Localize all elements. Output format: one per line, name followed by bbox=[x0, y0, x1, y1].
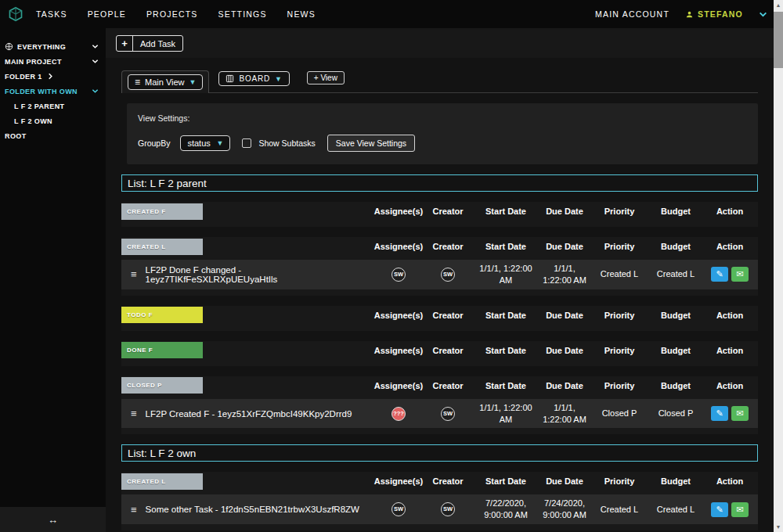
assignee-badge[interactable]: SW bbox=[392, 268, 406, 282]
list-title: List: L F 2 own bbox=[121, 444, 758, 462]
nav-settings[interactable]: SETTINGS bbox=[218, 9, 267, 19]
group-status-tag[interactable]: TODO F bbox=[121, 307, 203, 323]
top-right-controls: MAIN ACCOUNT STEFANO bbox=[595, 9, 767, 19]
assignee-badge[interactable]: SW bbox=[392, 502, 406, 516]
board-view-select[interactable]: BOARD ▼ bbox=[218, 71, 289, 86]
edit-task-button[interactable]: ✎ bbox=[711, 502, 728, 517]
list-title: List: L F 2 parent bbox=[121, 174, 758, 192]
chevron-down-icon[interactable] bbox=[92, 43, 99, 50]
view-settings-title: View Settings: bbox=[138, 113, 747, 123]
main-account-link[interactable]: MAIN ACCOUNT bbox=[595, 9, 669, 19]
creator-badge[interactable]: SW bbox=[441, 268, 455, 282]
column-header-priority: Priority bbox=[589, 311, 650, 320]
scrollbar-up-icon[interactable]: ▲ bbox=[776, 0, 781, 10]
column-header-creator: Creator bbox=[424, 242, 471, 251]
task-group: CLOSED P Assignee(s) Creator Start Date … bbox=[121, 376, 758, 435]
list-icon: ≡ bbox=[135, 77, 140, 87]
task-row[interactable]: ≡ LF2P Done F changed - 1eyz7TIKfFeSXLRX… bbox=[121, 260, 758, 289]
group-status-tag[interactable]: CREATED F bbox=[121, 203, 203, 220]
due-date-value: 7/24/2020, 9:00:00 AM bbox=[540, 494, 589, 524]
group-status-tag[interactable]: CREATED L bbox=[121, 239, 203, 255]
column-header-creator: Creator bbox=[424, 381, 471, 390]
column-header-due-date: Due Date bbox=[540, 381, 589, 390]
sidebar-item-label: FOLDER WITH OWN bbox=[5, 88, 78, 95]
app-logo-icon[interactable] bbox=[8, 6, 23, 22]
creator-badge[interactable]: SW bbox=[441, 502, 455, 516]
group-status-tag[interactable]: DONE F bbox=[121, 342, 203, 358]
sidebar-item-main-project[interactable]: MAIN PROJECT bbox=[0, 54, 106, 69]
column-header-due-date: Due Date bbox=[540, 242, 589, 251]
column-header-due-date: Due Date bbox=[540, 476, 589, 486]
column-header-action: Action bbox=[702, 207, 758, 216]
groupby-select[interactable]: status ▼ bbox=[180, 135, 230, 151]
column-header-budget: Budget bbox=[650, 311, 702, 320]
task-row[interactable]: ≡ LF2P Created F - 1eyz51XrFZQmbcI49KKpy… bbox=[121, 399, 758, 429]
column-header-start-date: Start Date bbox=[471, 346, 540, 355]
sidebar-item-lf2-own[interactable]: L F 2 OWN bbox=[0, 113, 106, 128]
add-task-button[interactable]: + Add Task bbox=[116, 35, 183, 52]
task-group: CREATED L Assignee(s) Creator Start Date… bbox=[121, 472, 758, 530]
column-header-budget: Budget bbox=[650, 346, 702, 355]
nav-projects[interactable]: PROJECTS bbox=[146, 9, 198, 19]
mail-task-button[interactable]: ✉ bbox=[731, 502, 749, 517]
show-subtasks-checkbox[interactable] bbox=[242, 138, 251, 148]
creator-badge[interactable]: SW bbox=[441, 407, 455, 421]
group-status-tag[interactable]: CLOSED P bbox=[121, 377, 203, 394]
task-title[interactable]: LF2P Created F - 1eyz51XrFZQmbcI49KKpy2D… bbox=[146, 409, 352, 419]
edit-task-button[interactable]: ✎ bbox=[711, 406, 728, 421]
nav-people[interactable]: PEOPLE bbox=[88, 9, 126, 19]
column-header-priority: Priority bbox=[589, 346, 650, 355]
expand-arrows-icon: ↔ bbox=[48, 514, 58, 526]
sidebar-item-root[interactable]: ROOT bbox=[0, 128, 106, 143]
sidebar-resize-toggle[interactable]: ↔ bbox=[0, 507, 106, 532]
save-view-settings-button[interactable]: Save View Settings bbox=[327, 135, 415, 152]
group-status-tag[interactable]: CREATED L bbox=[121, 473, 203, 490]
drag-handle-icon[interactable]: ≡ bbox=[131, 268, 137, 280]
column-header-assignees: Assignee(s) bbox=[373, 207, 424, 216]
scrollbar-thumb[interactable] bbox=[774, 12, 783, 68]
column-header-assignees: Assignee(s) bbox=[373, 311, 424, 320]
active-view-tab[interactable]: ≡ Main View ▼ bbox=[121, 70, 209, 93]
account-chevron-down-icon[interactable] bbox=[759, 10, 767, 19]
sidebar-item-everything[interactable]: EVERYTHING bbox=[0, 39, 106, 54]
chevron-right-icon[interactable] bbox=[47, 73, 54, 80]
top-navigation-bar: TASKS PEOPLE PROJECTS SETTINGS NEWS MAIN… bbox=[0, 0, 783, 28]
column-header-priority: Priority bbox=[589, 242, 650, 251]
person-icon bbox=[685, 10, 694, 19]
scrollbar-down-icon[interactable]: ▼ bbox=[776, 522, 781, 532]
sidebar-item-lf2-parent[interactable]: L F 2 PARENT bbox=[0, 99, 106, 113]
column-header-assignees: Assignee(s) bbox=[373, 476, 424, 486]
show-subtasks-label: Show Subtasks bbox=[258, 138, 315, 148]
column-header-action: Action bbox=[702, 346, 758, 355]
mail-task-button[interactable]: ✉ bbox=[731, 267, 749, 282]
start-date-value: 1/1/1, 1:22:00 AM bbox=[471, 399, 540, 429]
task-title[interactable]: Some other Task - 1f2dnS5nEBN21trbwX3Usz… bbox=[146, 505, 359, 514]
nav-news[interactable]: NEWS bbox=[287, 9, 316, 19]
assignee-badge[interactable]: ??? bbox=[392, 407, 406, 421]
add-view-button[interactable]: + View bbox=[307, 71, 345, 84]
task-group: TODO F Assignee(s) Creator Start Date Du… bbox=[121, 306, 758, 331]
edit-task-button[interactable]: ✎ bbox=[711, 267, 728, 282]
nav-tasks[interactable]: TASKS bbox=[36, 9, 67, 19]
mail-task-button[interactable]: ✉ bbox=[731, 406, 749, 421]
main-view-select[interactable]: ≡ Main View ▼ bbox=[128, 74, 203, 90]
group-header-row: CREATED F Assignee(s) Creator Start Date… bbox=[121, 202, 758, 221]
chevron-down-icon[interactable] bbox=[92, 88, 99, 95]
column-header-due-date: Due Date bbox=[540, 311, 589, 320]
column-header-start-date: Start Date bbox=[471, 381, 540, 390]
task-title[interactable]: LF2P Done F changed - 1eyz7TIKfFeSXLRXpU… bbox=[146, 265, 373, 284]
column-header-due-date: Due Date bbox=[540, 207, 589, 216]
drag-handle-icon[interactable]: ≡ bbox=[131, 504, 137, 516]
drag-handle-icon[interactable]: ≡ bbox=[131, 408, 137, 419]
vertical-scrollbar[interactable]: ▲ ▼ bbox=[774, 0, 783, 532]
due-date-value: 1/1/1, 1:22:00 AM bbox=[540, 260, 589, 289]
column-header-start-date: Start Date bbox=[471, 242, 540, 251]
chevron-down-icon: ▼ bbox=[217, 139, 224, 147]
user-name: STEFANO bbox=[698, 9, 743, 19]
user-menu[interactable]: STEFANO bbox=[685, 9, 743, 19]
column-header-budget: Budget bbox=[650, 242, 702, 251]
chevron-down-icon[interactable] bbox=[92, 58, 99, 65]
sidebar-item-folder-1[interactable]: FOLDER 1 bbox=[0, 69, 106, 84]
task-row[interactable]: ≡ Some other Task - 1f2dnS5nEBN21trbwX3U… bbox=[121, 494, 758, 524]
sidebar-item-folder-with-own[interactable]: FOLDER WITH OWN bbox=[0, 84, 106, 99]
